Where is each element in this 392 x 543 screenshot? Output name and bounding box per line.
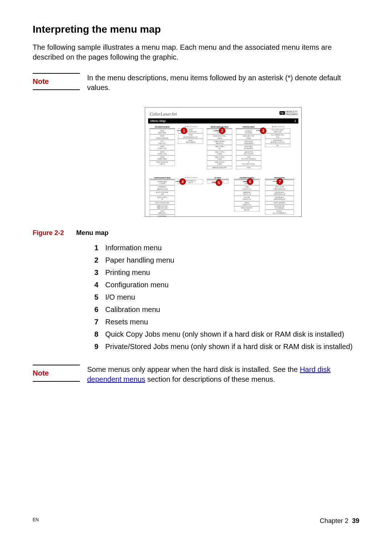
- note-text: In the menu descriptions, menu items fol…: [87, 73, 359, 93]
- key-number: 4: [94, 279, 105, 290]
- footer-right: Chapter 2 39: [320, 517, 359, 525]
- key-text: Printing menu: [105, 267, 150, 278]
- key-item: 5I/O menu: [94, 292, 359, 303]
- page-footer: EN Chapter 2 39: [33, 517, 359, 525]
- note-label: Note: [33, 369, 87, 377]
- intro-paragraph: The following sample illustrates a menu …: [33, 42, 359, 62]
- callout-1: 1: [181, 127, 187, 134]
- note-text: Some menus only appear when the hard dis…: [87, 365, 359, 384]
- key-number: 8: [94, 329, 105, 340]
- page: Interpreting the menu map The following …: [0, 0, 392, 543]
- menu-map-image: ColorLaserJet hpHEWLETT PACKARD Menu Map…: [145, 107, 302, 217]
- key-item: 2Paper handling menu: [94, 255, 359, 266]
- key-item: 9Private/Stored Jobs menu (only shown if…: [94, 341, 359, 352]
- note-block-1: Note In the menu descriptions, menu item…: [33, 73, 359, 93]
- menu-column: ▶ Menu ContinuedPCL FONT POINTSIZE=12.00…: [265, 126, 290, 147]
- note-label: Note: [33, 77, 87, 86]
- figure-number: Figure 2-2: [33, 229, 76, 237]
- key-text: Paper handling menu: [105, 255, 174, 266]
- callout-6: 6: [247, 178, 253, 185]
- key-item: 8Quick Copy Jobs menu (only shown if a h…: [94, 329, 359, 340]
- callout-4: 4: [179, 178, 186, 185]
- key-text: Information menu: [105, 242, 162, 253]
- footer-left: EN: [33, 517, 39, 525]
- key-text: Resets menu: [105, 316, 148, 327]
- menu-column: CONFIGURATION MENUPOWERSAVE=1 HOURCLEARA…: [150, 177, 175, 217]
- menu-column: PRINTING MENUCOPIES=1COURIER=REGULAR TYP…: [236, 126, 261, 169]
- key-number: 1: [94, 242, 105, 253]
- figure: ColorLaserJet hpHEWLETT PACKARD Menu Map…: [87, 107, 359, 218]
- key-number: 5: [94, 292, 105, 303]
- key-item: 1Information menu: [94, 242, 359, 253]
- key-number: 3: [94, 267, 105, 278]
- key-number: 2: [94, 255, 105, 266]
- brand-text: ColorLaserJet: [150, 111, 177, 117]
- key-number: 6: [94, 304, 105, 315]
- key-number: 9: [94, 341, 105, 352]
- figure-key-list: 1Information menu2Paper handling menu3Pr…: [94, 242, 359, 352]
- key-text: I/O menu: [105, 292, 135, 303]
- key-item: 3Printing menu: [94, 267, 359, 278]
- key-text: Private/Stored Jobs menu (only shown if …: [105, 341, 352, 352]
- figure-caption: Figure 2-2 Menu map: [33, 229, 359, 237]
- key-text: Calibration menu: [105, 304, 160, 315]
- callout-3: 3: [260, 127, 266, 134]
- key-text: Configuration menu: [105, 279, 169, 290]
- menu-column: INFORMATION MENUPRINTMENU MAPPRINTCONFIG…: [150, 126, 175, 166]
- key-item: 6Calibration menu: [94, 304, 359, 315]
- hp-logo: hpHEWLETT PACKARD: [279, 110, 298, 116]
- key-text: Quick Copy Jobs menu (only shown if a ha…: [105, 329, 344, 340]
- key-number: 7: [94, 316, 105, 327]
- callout-7: 7: [277, 178, 283, 185]
- note-block-2: Note Some menus only appear when the har…: [33, 365, 359, 384]
- key-item: 4Configuration menu: [94, 279, 359, 290]
- key-item: 7Resets menu: [94, 316, 359, 327]
- callout-5: 5: [216, 179, 222, 186]
- callout-2: 2: [219, 127, 225, 134]
- menu-map-titlebar: Menu Map 1: [148, 118, 298, 123]
- figure-title: Menu map: [76, 229, 109, 237]
- page-heading: Interpreting the menu map: [33, 24, 359, 35]
